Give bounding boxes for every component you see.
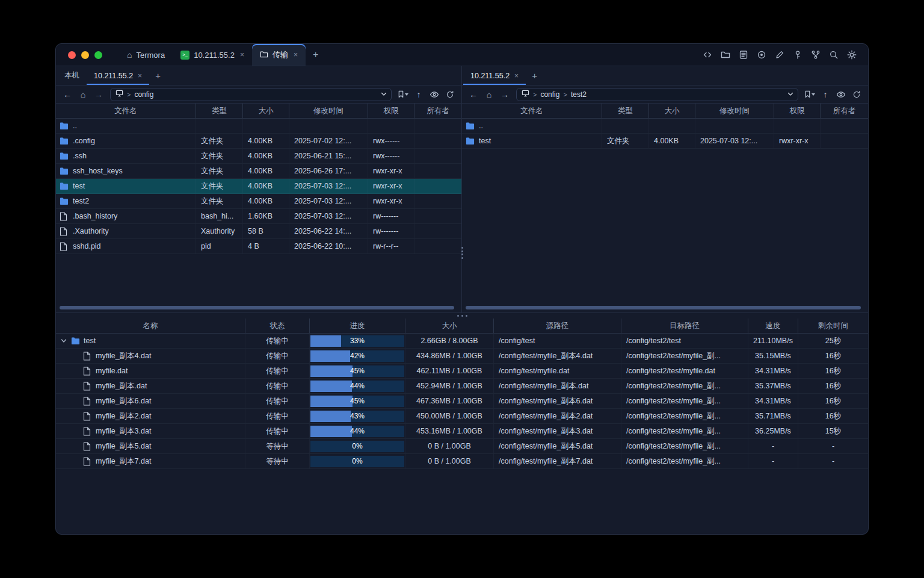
upload-button[interactable]: ↑ xyxy=(412,88,425,101)
column-header[interactable]: 大小 xyxy=(649,104,695,118)
tab-termora[interactable]: ⌂ Termora xyxy=(119,44,173,66)
progress-percent: 0% xyxy=(310,456,404,467)
column-header[interactable]: 所有者 xyxy=(821,104,868,118)
maximize-window-button[interactable] xyxy=(94,51,102,59)
search-icon[interactable] xyxy=(826,48,842,62)
transfer-row[interactable]: myfile_副本3.dat传输中44%453.16MB / 1.00GB/co… xyxy=(56,424,868,439)
tab-host-session[interactable]: >_ 10.211.55.2 × xyxy=(173,44,252,66)
transfer-row[interactable]: test传输中33%2.66GB / 8.00GB/config/test/co… xyxy=(56,334,868,349)
transfer-row[interactable]: myfile_副本5.dat等待中0%0 B / 1.00GB/config/t… xyxy=(56,439,868,454)
file-table-row[interactable]: test文件夹4.00KB2025-07-03 12:...rwxr-xr-x xyxy=(462,134,868,149)
forward-button[interactable]: → xyxy=(92,88,105,101)
file-table-row[interactable]: .bash_historybash_hi...1.60KB2025-07-03 … xyxy=(56,209,461,224)
folder-icon xyxy=(260,51,268,60)
settings-gear-icon[interactable] xyxy=(844,48,860,62)
transfer-row[interactable]: myfile_副本4.dat传输中42%434.86MB / 1.00GB/co… xyxy=(56,349,868,364)
column-header[interactable]: 所有者 xyxy=(414,104,461,118)
path-segment[interactable]: config xyxy=(540,90,559,99)
file-table-row[interactable]: .. xyxy=(462,119,868,134)
upload-button[interactable]: ↑ xyxy=(819,88,832,101)
column-header[interactable]: 剩余时间 xyxy=(798,319,868,333)
close-icon[interactable]: × xyxy=(240,51,244,59)
file-table-row[interactable]: ssh_host_keys文件夹4.00KB2025-06-26 17:...r… xyxy=(56,164,461,179)
edit-pencil-icon[interactable] xyxy=(772,48,787,62)
file-table-row[interactable]: test文件夹4.00KB2025-07-03 12:...rwxr-xr-x xyxy=(56,179,461,194)
column-header[interactable]: 修改时间 xyxy=(289,104,368,118)
close-window-button[interactable] xyxy=(68,51,76,59)
back-button[interactable]: ← xyxy=(61,88,74,101)
file-table-row[interactable]: .config文件夹4.00KB2025-07-02 12:...rwx----… xyxy=(56,134,461,149)
path-breadcrumb[interactable]: > config xyxy=(110,88,392,101)
forward-button[interactable]: → xyxy=(498,88,511,101)
column-header[interactable]: 目标路径 xyxy=(621,319,748,333)
transfer-target-path: /config/test2/test/myfile_副... xyxy=(621,394,748,408)
file-table-row[interactable]: .XauthorityXauthority58 B2025-06-22 14:.… xyxy=(56,224,461,239)
transfer-remaining-time: - xyxy=(798,439,868,453)
column-header[interactable]: 文件名 xyxy=(462,104,602,118)
chevron-down-icon[interactable] xyxy=(381,90,387,99)
transfer-row[interactable]: myfile_副本6.dat传输中45%467.36MB / 1.00GB/co… xyxy=(56,394,868,409)
file-type-icon xyxy=(60,136,69,146)
home-button[interactable]: ⌂ xyxy=(76,88,90,101)
new-tab-button[interactable]: + xyxy=(306,44,325,66)
file-type-icon xyxy=(60,121,69,131)
folder-icon[interactable] xyxy=(718,48,733,62)
home-button[interactable]: ⌂ xyxy=(482,88,496,101)
show-hidden-eye-icon[interactable] xyxy=(428,88,441,101)
column-header[interactable]: 修改时间 xyxy=(695,104,774,118)
close-icon[interactable]: × xyxy=(294,51,298,59)
chevron-down-icon[interactable] xyxy=(60,337,68,345)
show-hidden-eye-icon[interactable] xyxy=(834,88,848,101)
refresh-icon[interactable] xyxy=(850,88,863,101)
file-table-row[interactable]: .. xyxy=(56,119,461,134)
new-tab-button[interactable]: + xyxy=(149,66,167,85)
file-table-row[interactable]: .ssh文件夹4.00KB2025-06-21 15:...rwx------ xyxy=(56,149,461,164)
column-header[interactable]: 状态 xyxy=(245,319,310,333)
column-header[interactable]: 权限 xyxy=(368,104,414,118)
path-breadcrumb[interactable]: > config > test2 xyxy=(516,88,798,101)
transfer-row[interactable]: myfile_副本2.dat传输中43%450.00MB / 1.00GB/co… xyxy=(56,409,868,424)
column-header[interactable]: 速度 xyxy=(748,319,798,333)
file-table-row[interactable]: sshd.pidpid4 B2025-06-22 10:...rw-r--r-- xyxy=(56,239,461,254)
column-header[interactable]: 类型 xyxy=(196,104,243,118)
tab-local[interactable]: 本机 xyxy=(57,66,87,85)
bookmark-button[interactable] xyxy=(803,88,816,101)
column-header[interactable]: 源路径 xyxy=(494,319,621,333)
close-icon[interactable]: × xyxy=(514,72,519,80)
transfer-row[interactable]: myfile.dat传输中45%462.11MB / 1.00GB/config… xyxy=(56,364,868,379)
chevron-down-icon[interactable] xyxy=(787,90,793,99)
column-header[interactable]: 文件名 xyxy=(56,104,196,118)
column-header[interactable]: 名称 xyxy=(56,319,245,333)
back-button[interactable]: ← xyxy=(467,88,480,101)
progress-percent: 42% xyxy=(310,350,404,362)
transfer-row[interactable]: myfile_副本.dat传输中44%452.94MB / 1.00GB/con… xyxy=(56,379,868,394)
transfer-splitter[interactable] xyxy=(56,312,868,319)
close-icon[interactable]: × xyxy=(138,72,142,80)
transfer-target-path: /config/test2/test/myfile_副... xyxy=(621,454,748,468)
tab-transfer[interactable]: 传输 × xyxy=(252,44,306,66)
column-header[interactable]: 权限 xyxy=(774,104,821,118)
horizontal-scrollbar[interactable] xyxy=(466,306,861,309)
file-table-row[interactable]: test2文件夹4.00KB2025-07-03 12:...rwxr-xr-x xyxy=(56,194,461,209)
panel-splitter-handle[interactable] xyxy=(461,247,463,259)
column-header[interactable]: 类型 xyxy=(602,104,649,118)
minimize-window-button[interactable] xyxy=(81,51,89,59)
refresh-icon[interactable] xyxy=(443,88,457,101)
column-header[interactable]: 大小 xyxy=(243,104,289,118)
new-tab-button[interactable]: + xyxy=(526,66,543,85)
column-header[interactable]: 进度 xyxy=(310,319,405,333)
code-icon[interactable] xyxy=(700,48,715,62)
bookmark-button[interactable] xyxy=(396,88,410,101)
horizontal-scrollbar[interactable] xyxy=(60,306,454,309)
column-header[interactable]: 大小 xyxy=(405,319,494,333)
record-icon[interactable] xyxy=(754,48,769,62)
tab-remote-host[interactable]: 10.211.55.2 × xyxy=(87,66,149,85)
path-segment[interactable]: config xyxy=(134,90,153,99)
document-list-icon[interactable] xyxy=(736,48,751,62)
tab-remote-host[interactable]: 10.211.55.2 × xyxy=(463,66,526,85)
git-branch-icon[interactable] xyxy=(808,48,824,62)
path-segment[interactable]: test2 xyxy=(571,90,587,99)
transfer-row[interactable]: myfile_副本7.dat等待中0%0 B / 1.00GB/config/t… xyxy=(56,454,868,469)
progress-percent: 44% xyxy=(310,426,404,437)
key-icon[interactable] xyxy=(790,48,805,62)
